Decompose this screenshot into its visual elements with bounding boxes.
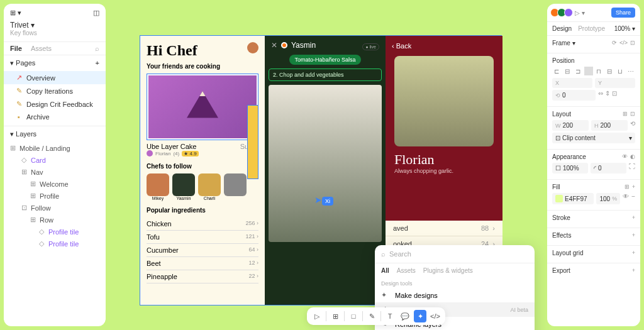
height-input[interactable]: H200 — [591, 120, 628, 131]
move-tool[interactable]: ▷ — [311, 310, 323, 322]
present-icon[interactable]: ▷ ▾ — [575, 9, 585, 16]
align-more-icon[interactable]: ⋯ — [626, 67, 635, 75]
layer-item[interactable]: ⊞Nav — [4, 166, 106, 178]
layer-item[interactable]: ◇Profile tile — [4, 238, 106, 250]
add-export-icon[interactable]: + — [632, 267, 635, 274]
fill-visibility-icon[interactable]: 👁 — [623, 193, 629, 204]
share-button[interactable]: Share — [611, 8, 635, 18]
stroke-label: Stroke — [552, 214, 570, 221]
visibility-icon[interactable]: 👁 — [622, 153, 628, 160]
close-icon[interactable]: ✕ — [271, 41, 277, 50]
pen-tool[interactable]: ✎ — [365, 310, 378, 322]
text-tool[interactable]: T — [384, 310, 396, 322]
align-left-icon[interactable]: ⊏ — [552, 67, 561, 75]
add-fill-icon[interactable]: + — [632, 184, 635, 190]
multiplayer-cursor-xi: ➤Xi — [314, 195, 333, 205]
tab-design[interactable]: Design — [552, 25, 572, 32]
actions-tab-assets[interactable]: Assets — [397, 267, 416, 274]
profile-avatar[interactable] — [247, 42, 258, 53]
actions-tool[interactable]: ✦ — [414, 310, 426, 322]
tab-assets[interactable]: Assets — [31, 45, 52, 52]
figma-menu-icon[interactable]: ⊞ ▾ — [10, 9, 21, 17]
effects-label: Effects — [552, 232, 571, 239]
ingredient-row[interactable]: Beet12 › — [147, 257, 258, 270]
add-grid-icon[interactable]: + — [632, 250, 635, 256]
align-hcenter-icon[interactable]: ⊟ — [563, 67, 572, 75]
link-dims-icon[interactable]: ⟲ — [630, 120, 635, 131]
page-item[interactable]: ↗Overview — [4, 71, 106, 84]
layer-item[interactable]: ⊞Row — [4, 214, 106, 226]
flip-v-icon[interactable]: ⇕ — [605, 90, 610, 101]
layers-header[interactable]: ▾ Layers — [10, 130, 36, 138]
actions-tab-plugins[interactable]: Plugins & widgets — [423, 267, 473, 274]
constrain-icon[interactable]: ⊡ — [612, 90, 617, 101]
opacity-input[interactable]: ☐100% — [552, 163, 588, 173]
clip-dropdown[interactable]: ⊡Clip content▾ — [552, 133, 635, 143]
fill-style-icon[interactable]: ⊞ — [625, 184, 630, 190]
frame-dropdown[interactable]: Frame ▾ — [552, 40, 575, 47]
pages-header[interactable]: ▾ Pages — [10, 59, 35, 67]
x-input[interactable]: X — [552, 78, 592, 88]
layout-more-icon[interactable]: ⊡ — [630, 111, 635, 118]
align-right-icon[interactable]: ⊐ — [574, 67, 582, 75]
add-effect-icon[interactable]: + — [632, 232, 635, 239]
ingredient-row[interactable]: Chicken256 › — [147, 217, 258, 231]
layer-item[interactable]: ⊞Profile — [4, 190, 106, 202]
flip-h-icon[interactable]: ⇔ — [598, 90, 603, 101]
left-panel: ⊞ ▾ ◫ Trivet ▾ Key flows File Assets ⌕ ▾… — [4, 4, 106, 326]
profile-stat-row[interactable]: aved88 › — [386, 221, 502, 236]
layer-item[interactable]: ⊞Welcome — [4, 178, 106, 190]
chef-tile[interactable]: Charli — [198, 173, 221, 201]
code-icon[interactable]: </> — [619, 40, 628, 47]
back-button[interactable]: ‹ Back — [386, 36, 502, 56]
align-bottom-icon[interactable]: ⊔ — [616, 67, 625, 75]
chef-tile[interactable]: Mikey — [147, 173, 169, 201]
corner-expand-icon[interactable]: ⛶ — [629, 163, 635, 173]
recipe-pill[interactable]: Tomato-Habañero Salsa — [289, 55, 360, 65]
y-input[interactable]: Y — [595, 78, 635, 88]
rotate-icon[interactable]: ⟳ — [612, 40, 617, 47]
zoom-level[interactable]: 100% ▾ — [614, 25, 635, 32]
page-item[interactable]: ✎Design Crit Feedback — [4, 97, 106, 111]
actions-search-input[interactable]: Search — [389, 250, 411, 258]
autolayout-icon[interactable]: ⊞ — [623, 111, 628, 118]
fill-opacity-input[interactable]: 100% — [596, 193, 620, 204]
chef-tile[interactable]: Yasmin — [172, 173, 195, 201]
rotation-input[interactable]: ⟲0 — [552, 90, 596, 101]
author-avatar — [147, 150, 153, 157]
actions-tab-all[interactable]: All — [381, 267, 389, 274]
page-item[interactable]: ✎Copy Iterations — [4, 84, 106, 97]
file-name[interactable]: Trivet ▾ — [4, 21, 106, 30]
width-input[interactable]: W200 — [552, 120, 589, 131]
panel-toggle-icon[interactable]: ◫ — [93, 9, 99, 17]
layer-item[interactable]: ◇Profile tile — [4, 226, 106, 238]
tab-prototype[interactable]: Prototype — [578, 25, 605, 32]
layer-item[interactable]: ⊞Mobile / Landing — [4, 142, 106, 154]
ingredient-row[interactable]: Tofu121 › — [147, 231, 258, 244]
dev-mode-tool[interactable]: </> — [429, 310, 441, 322]
layer-item[interactable]: ◇Card — [4, 154, 106, 166]
blend-icon[interactable]: ◐ — [630, 153, 635, 160]
add-page-icon[interactable]: + — [96, 59, 99, 67]
shape-tool[interactable]: □ — [347, 310, 360, 322]
add-stroke-icon[interactable]: + — [632, 214, 635, 221]
ingredient-row[interactable]: Cucumber64 › — [147, 244, 258, 257]
rating-badge: ★ 4.9 — [182, 151, 198, 157]
remove-fill-icon[interactable]: − — [631, 193, 635, 204]
align-top-icon[interactable]: ⊓ — [594, 67, 603, 75]
recipe-card-next[interactable] — [247, 105, 258, 179]
recipe-card[interactable] — [147, 74, 258, 140]
comment-tool[interactable]: 💬 — [399, 310, 411, 322]
corner-input[interactable]: ◜0 — [591, 163, 626, 173]
align-vcenter-icon[interactable]: ⊟ — [605, 67, 614, 75]
frame-tool[interactable]: ⊞ — [329, 310, 341, 322]
page-item[interactable]: ▪Archive — [4, 111, 106, 123]
tab-file[interactable]: File — [10, 45, 22, 52]
action-item[interactable]: ✦Make designs — [375, 288, 535, 302]
more-icon[interactable]: ⊡ — [630, 40, 635, 47]
ingredient-row[interactable]: Pineapple22 › — [147, 270, 258, 283]
layer-item[interactable]: ⊡Follow — [4, 202, 106, 214]
search-icon[interactable]: ⌕ — [95, 45, 99, 52]
fill-color-input[interactable]: E4FF97 — [552, 193, 594, 204]
presence-avatars[interactable] — [552, 8, 573, 17]
